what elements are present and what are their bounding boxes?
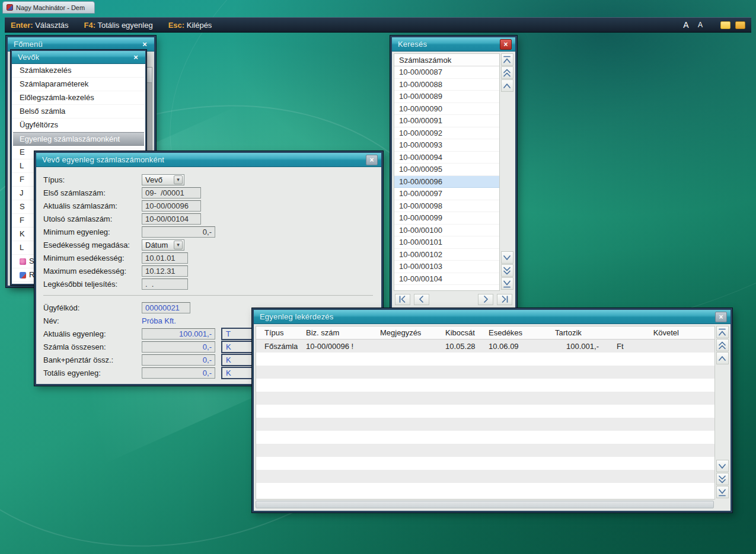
field-label: Első számlaszám: (43, 188, 142, 197)
first-page-button[interactable] (395, 294, 410, 305)
chevron-down-icon: ▾ (174, 241, 183, 249)
list-item[interactable]: 10-00/00102 (394, 249, 499, 261)
window-title: Keresés (398, 40, 427, 49)
ugyfelkod-input[interactable]: 00000021 (142, 302, 190, 313)
line-up-button[interactable] (716, 352, 729, 364)
kereses-window: Keresés × Számlaszámok 10-00/0008710-00/… (390, 36, 517, 310)
list-item[interactable]: 10-00/00101 (394, 236, 499, 249)
close-button[interactable]: × (500, 39, 512, 50)
totalis-egyenleg-input[interactable]: 0,- (142, 367, 215, 379)
list-item[interactable]: 10-00/00104 (394, 273, 499, 286)
column-header: Követel (636, 328, 714, 337)
list-item[interactable]: 10-00/00087 (394, 66, 499, 79)
table-empty-row (256, 444, 714, 457)
minimum-esedekesseg-input[interactable]: 10.01.01 (142, 252, 188, 264)
aktualis-szamlaszam-input[interactable]: 10-00/00096 (142, 200, 201, 212)
szamla-osszesen-input[interactable]: 0,- (142, 341, 215, 353)
tipus-value: Vevő (145, 175, 162, 184)
vevok-titlebar[interactable]: Vevők × (12, 51, 145, 64)
separator (43, 295, 373, 296)
table-row[interactable]: Főszámla 10-00/00096 ! 10.05.28 10.06.09… (256, 340, 714, 353)
list-item[interactable]: 10-00/00090 (394, 103, 499, 116)
menu-item[interactable]: Számlaparaméterek (12, 78, 145, 91)
esedekesseg-dropdown[interactable]: Dátum ▾ (142, 239, 184, 251)
next-page-button[interactable] (478, 294, 493, 305)
list-item[interactable]: 10-00/00103 (394, 261, 499, 273)
scroll-to-top-button[interactable] (501, 53, 513, 66)
scroll-to-top-button[interactable] (716, 326, 729, 338)
list-item[interactable]: 10-00/00098 (394, 200, 499, 213)
scroll-to-bottom-button[interactable] (716, 486, 729, 498)
aktualis-egyenleg-input[interactable]: 100.001,- (142, 328, 215, 340)
esedekesseg-value: Dátum (145, 241, 168, 249)
font-size-small-button[interactable]: A (693, 21, 707, 29)
egyenleg-lekerdezes-window: Egyenleg lekérdezés × Típus Biz. szám Me… (252, 308, 732, 513)
scroll-column (500, 53, 513, 291)
page-up-button[interactable] (501, 66, 513, 79)
list-item[interactable]: 10-00/00094 (394, 152, 499, 164)
menu-item[interactable]: Számlakezelés (12, 64, 145, 78)
page-down-button[interactable] (716, 473, 729, 485)
last-page-button[interactable] (497, 294, 512, 305)
link-icon (20, 272, 26, 278)
line-down-button[interactable] (716, 460, 729, 472)
list-item[interactable]: 10-00/00091 (394, 115, 499, 127)
close-icon[interactable]: × (139, 39, 151, 50)
menu-item[interactable]: Belső számla (12, 105, 145, 119)
page-up-button[interactable] (716, 339, 729, 351)
cell-currency: Ft (601, 342, 636, 351)
cell-tartozik: 100.001,- (555, 342, 601, 351)
field-label: Esedékesség megadása: (43, 241, 142, 249)
utolso-szamlaszam-input[interactable]: 10-00/00104 (142, 213, 201, 225)
taskbar-window-title[interactable]: Nagy Machinátor - Dem (2, 1, 95, 14)
list-item[interactable]: 10-00/00093 (394, 139, 499, 152)
list-item[interactable]: 10-00/00096 (394, 176, 499, 188)
shortcut-esc: Esc: Kilépés (168, 21, 212, 30)
tartozik-kovetel-flag[interactable]: T (221, 328, 253, 340)
menu-item[interactable]: Előlegszámla-kezelés (12, 91, 145, 105)
close-icon[interactable]: × (130, 52, 142, 63)
menu-item[interactable]: Egyenleg számlaszámonként (13, 132, 144, 146)
menu-item[interactable]: Ügyféltörzs (12, 119, 145, 132)
tipus-dropdown[interactable]: Vevő ▾ (142, 174, 184, 185)
field-label: Minimum esedékesség: (43, 254, 142, 262)
scroll-to-bottom-button[interactable] (501, 277, 513, 290)
lekerdezes-titlebar[interactable]: Egyenleg lekérdezés × (254, 310, 731, 324)
field-label: Utolsó számlaszám: (43, 214, 142, 223)
close-button[interactable]: × (715, 312, 727, 322)
tartozik-kovetel-flag[interactable]: K (221, 341, 253, 353)
elso-szamlaszam-input[interactable]: 09- /00001 (142, 187, 201, 198)
list-item[interactable]: 10-00/00099 (394, 212, 499, 225)
notes-icon[interactable] (720, 21, 731, 29)
list-item[interactable]: 10-00/00097 (394, 188, 499, 200)
line-up-button[interactable] (501, 79, 513, 92)
maximum-esedekesseg-input[interactable]: 10.12.31 (142, 265, 188, 277)
shortcut-bar: Enter: Választás F4: Totális egyenleg Es… (5, 17, 751, 33)
line-down-button[interactable] (501, 251, 513, 264)
page-down-button[interactable] (501, 264, 513, 277)
messages-icon[interactable] (735, 21, 745, 29)
list-item[interactable]: 10-00/00088 (394, 79, 499, 91)
minimum-egyenleg-input[interactable]: 0,- (142, 226, 215, 238)
balance-titlebar[interactable]: Vevő egyenleg számlaszámonként × (36, 153, 381, 167)
bank-penztar-input[interactable]: 0,- (142, 354, 215, 366)
prev-page-button[interactable] (414, 294, 429, 305)
kereses-titlebar[interactable]: Keresés × (392, 37, 515, 52)
list-item[interactable]: 10-00/00095 (394, 164, 499, 176)
close-button[interactable]: × (366, 155, 378, 165)
legkesobbi-teljesites-input[interactable]: . . (142, 278, 188, 290)
tartozik-kovetel-flag[interactable]: K (221, 367, 253, 379)
field-label: Aktuális egyenleg: (43, 329, 142, 338)
scroll-column (715, 326, 729, 499)
shortcut-key: Enter: (11, 21, 33, 30)
nev-value: Próba Kft. (142, 316, 176, 325)
form-row: Aktuális számlaszám: 10-00/00096 (43, 199, 381, 212)
tartozik-kovetel-flag[interactable]: K (221, 354, 253, 366)
horizontal-scrollbar[interactable] (256, 501, 714, 508)
list-item[interactable]: 10-00/00092 (394, 127, 499, 140)
list-item[interactable]: 10-00/00100 (394, 225, 499, 237)
list-item[interactable]: 10-00/00089 (394, 91, 499, 103)
font-size-large-button[interactable]: A (679, 20, 693, 30)
balance-table: Típus Biz. szám Megjegyzés Kibocsát Esed… (256, 326, 715, 499)
table-empty-row (256, 418, 714, 431)
